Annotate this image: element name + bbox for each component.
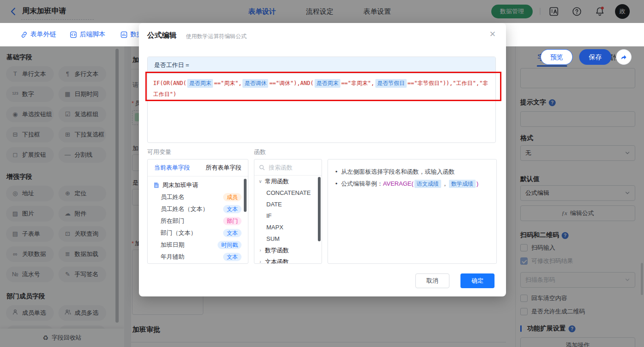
function-item[interactable]: SUM [254,233,322,245]
function-group-math[interactable]: ›数学函数 [254,245,322,256]
example-function-name: AVERAGE( [383,180,414,187]
function-group-common[interactable]: ∨常用函数 [254,176,322,187]
formula-editor-modal: 公式编辑 使用数学运算符编辑公式 ✕ 是否工作日 = IF(OR(AND(是否周… [139,23,506,296]
function-group-text[interactable]: ›文本函数 [254,256,322,264]
field-token[interactable]: 是否周末 [315,79,340,88]
variables-label: 可用变量 [147,148,171,156]
function-item[interactable]: MAPX [254,222,322,233]
form-file-icon [153,182,160,188]
functions-scrollbar[interactable] [318,177,321,241]
confirm-button[interactable]: 确定 [460,273,494,288]
field-token[interactable]: 是否周末 [187,79,213,88]
variable-row[interactable]: 员工姓名（文本）文本 [148,203,248,215]
chevron-right-icon: › [258,248,263,253]
data-permission-icon [121,31,127,38]
type-badge: 文本 [223,205,242,213]
form-external-link[interactable]: 表单外链 [21,30,56,39]
type-badge: 时间戳 [218,241,242,249]
field-token[interactable]: 是否调休 [242,79,268,88]
function-search-input[interactable] [268,164,316,171]
tab-current-form-fields[interactable]: 当前表单字段 [154,164,190,172]
variables-panel: 当前表单字段 所有表单字段 周末加班申请 员工姓名成员 员工姓名（文本）文本 所… [147,159,248,264]
functions-panel: ∨常用函数 CONCATENATE DATE IF MAPX SUM ›数学函数… [254,159,322,264]
search-icon [259,165,265,171]
help-line-1: •从左侧面板选择字段名和函数，或输入函数 [335,166,489,178]
variable-row[interactable]: 加班日期时间戳 [148,239,248,251]
formula-editor[interactable]: 是否工作日 = IF(OR(AND(是否周末=="周末",是否调休=="调休")… [147,57,496,143]
cancel-button[interactable]: 取消 [415,273,449,288]
example-field-token: 数学成绩 [449,180,476,188]
preview-button[interactable]: 预览 [540,49,573,65]
example-field-token: 语文成绩 [414,180,441,188]
type-badge: 文本 [223,253,242,261]
function-item[interactable]: CONCATENATE [254,187,322,199]
type-badge: 成员 [223,193,242,201]
code-icon [70,31,77,38]
formula-body[interactable]: IF(OR(AND(是否周末=="周末",是否调休=="调休"),AND(是否周… [148,74,495,104]
link-icon [21,31,28,38]
formula-help-panel: •从左侧面板选择字段名和函数，或输入函数 • 公式编辑举例：AVERAGE(语文… [328,159,497,264]
variables-tabs: 当前表单字段 所有表单字段 [148,159,248,176]
save-button[interactable]: 保存 [579,49,611,65]
variable-row[interactable]: 年月辅助文本 [148,251,248,263]
variables-scrollbar[interactable] [244,179,247,212]
chevron-down-icon: ∨ [258,179,263,184]
function-item[interactable]: DATE [254,199,322,210]
formula-target-header: 是否工作日 = [148,57,495,74]
help-line-2: • 公式编辑举例：AVERAGE(语文成绩，数学成绩) [335,178,489,190]
variables-root-node[interactable]: 周末加班申请 [148,179,248,191]
variable-row[interactable]: 所在部门部门 [148,215,248,227]
field-token[interactable]: 是否节假日 [375,79,407,88]
backend-script-link[interactable]: 后端脚本 [70,30,105,39]
tab-all-form-fields[interactable]: 所有表单字段 [206,164,242,172]
app-window: 周末加班申请 表单设计 流程设定 表单设置 数据管理 | [0,0,644,347]
share-arrow-icon [620,53,627,61]
formula-line-2: 工作日") [153,89,490,100]
chevron-right-icon: › [258,259,263,264]
type-badge: 部门 [223,217,242,225]
variable-row[interactable]: 员工姓名成员 [148,191,248,203]
function-item[interactable]: IF [254,210,322,222]
modal-title: 公式编辑 [147,31,177,40]
function-search[interactable] [254,159,322,176]
close-icon[interactable]: ✕ [489,29,496,39]
variable-row[interactable]: 部门（文本）文本 [148,227,248,239]
modal-overlay[interactable] [0,0,644,23]
type-badge: 文本 [223,229,242,237]
modal-subtitle: 使用数学运算符编辑公式 [186,33,247,40]
functions-label: 函数 [254,148,266,156]
share-button[interactable] [616,49,632,65]
formula-line-1: IF(OR(AND(是否周末=="周末",是否调休=="调休"),AND(是否周… [153,78,490,89]
